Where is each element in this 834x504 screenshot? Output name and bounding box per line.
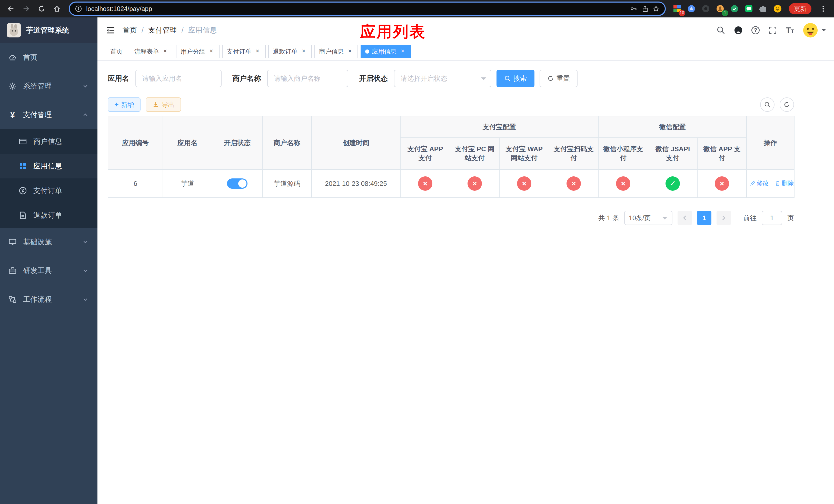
breadcrumb-separator: / [141, 26, 144, 35]
sidebar-item-refund-order[interactable]: 退款订单 [0, 203, 97, 228]
page-unit-label: 页 [787, 213, 794, 223]
refresh-table-button[interactable] [780, 97, 794, 112]
user-avatar-menu[interactable] [803, 23, 826, 38]
table-row: 6 芋道 芋道源码 2021-10-23 08:49:25 × × × × × [108, 169, 794, 198]
tags-view: 首页 流程表单× 用户分组× 支付订单× 退款订单× 商户信息× 应用信息× [97, 43, 834, 61]
extension-blue-icon[interactable] [685, 3, 698, 15]
cell-wechat-app: × [697, 169, 747, 198]
status-label: 开启状态 [359, 74, 388, 83]
page-size-select[interactable]: 10条/页 [624, 211, 673, 225]
chevron-down-icon [83, 297, 88, 302]
search-icon [504, 75, 511, 82]
share-icon[interactable] [641, 5, 648, 12]
delete-link[interactable]: 删除 [775, 179, 794, 187]
link-label: 删除 [782, 179, 794, 187]
url-text: localhost:1024/pay/app [86, 5, 626, 13]
sidebar-toggle-icon[interactable] [106, 25, 115, 35]
help-icon[interactable]: ? [751, 26, 760, 35]
tab-label: 用户分组 [180, 47, 205, 55]
page-number-1[interactable]: 1 [697, 211, 711, 225]
next-page-button[interactable] [717, 211, 731, 225]
search-icon[interactable] [717, 26, 725, 35]
browser-chrome: localhost:1024/pay/app 10 1 [0, 0, 834, 18]
sidebar-item-pay-order[interactable]: 支付订单 [0, 178, 97, 203]
password-key-icon[interactable] [630, 5, 637, 12]
chevron-down-icon [822, 29, 826, 33]
plus-icon: + [114, 101, 118, 108]
bookmark-star-icon[interactable] [653, 5, 660, 12]
chevron-down-icon [83, 83, 88, 89]
extension-wechat-icon[interactable] [743, 3, 755, 15]
merchant-name-input[interactable] [267, 70, 348, 87]
breadcrumb-payment[interactable]: 支付管理 [148, 25, 177, 35]
close-icon[interactable]: × [161, 48, 169, 55]
prev-page-button[interactable] [678, 211, 692, 225]
tab-pay-order[interactable]: 支付订单× [222, 45, 266, 58]
col-group-alipay: 支付宝配置 [400, 116, 598, 138]
breadcrumb-home[interactable]: 首页 [123, 25, 137, 35]
browser-menu-button[interactable] [816, 2, 830, 15]
close-icon[interactable]: × [399, 48, 406, 55]
extension-avatar-icon[interactable]: 1 [714, 3, 726, 15]
extension-dark-icon[interactable] [700, 3, 712, 15]
tab-process-form[interactable]: 流程表单× [130, 45, 173, 58]
close-icon[interactable]: × [300, 48, 307, 55]
top-navbar: 首页 / 支付管理 / 应用信息 应用列表 ? TT [97, 18, 834, 43]
address-bar[interactable]: localhost:1024/pay/app [69, 2, 666, 16]
tab-app-info[interactable]: 应用信息× [360, 45, 411, 58]
sidebar-item-payment[interactable]: ¥ 支付管理 [0, 100, 97, 129]
status-select[interactable]: 请选择开启状态 [394, 70, 491, 87]
grid-icon [19, 162, 27, 170]
reset-button[interactable]: 重置 [540, 70, 577, 87]
yen-icon: ¥ [8, 110, 17, 120]
tab-home[interactable]: 首页 [106, 45, 127, 58]
fullscreen-icon[interactable] [768, 26, 777, 35]
col-header-wechat-mini: 微信小程序支付 [598, 138, 648, 169]
pay-order-icon [19, 186, 27, 195]
extension-grid-icon[interactable]: 10 [671, 3, 683, 15]
browser-update-button[interactable]: 更新 [789, 3, 811, 14]
dashboard-icon [8, 53, 17, 62]
browser-back-button[interactable] [4, 2, 18, 15]
browser-home-button[interactable] [50, 2, 64, 15]
search-icon [764, 101, 771, 108]
browser-forward-button[interactable] [20, 2, 33, 15]
search-button[interactable]: 搜索 [497, 70, 534, 87]
col-header-name: 应用名 [163, 116, 212, 169]
extension-green-check-icon[interactable] [728, 3, 741, 15]
tab-user-group[interactable]: 用户分组× [176, 45, 220, 58]
sidebar-item-home[interactable]: 首页 [0, 43, 97, 72]
edit-link[interactable]: 修改 [750, 179, 769, 187]
workflow-icon [8, 295, 17, 304]
logo-avatar [7, 23, 21, 38]
profile-emoji-icon[interactable] [771, 3, 784, 15]
sidebar: 芋道管理系统 首页 系统管理 ¥ 支付管理 商户信息 [0, 18, 97, 504]
sidebar-item-system[interactable]: 系统管理 [0, 72, 97, 100]
github-icon[interactable] [734, 26, 743, 35]
sidebar-item-merchant-info[interactable]: 商户信息 [0, 129, 97, 154]
goto-page-input[interactable] [762, 211, 782, 225]
site-info-icon[interactable] [75, 5, 82, 12]
button-label: 新增 [121, 100, 134, 109]
close-icon[interactable]: × [346, 48, 353, 55]
sidebar-item-app-info[interactable]: 应用信息 [0, 154, 97, 178]
extensions-puzzle-icon[interactable] [757, 3, 769, 15]
tab-refund-order[interactable]: 退款订单× [268, 45, 312, 58]
tab-merchant-info[interactable]: 商户信息× [314, 45, 358, 58]
app-title: 芋道管理系统 [26, 25, 69, 35]
sidebar-item-workflow[interactable]: 工作流程 [0, 285, 97, 314]
sidebar-item-infra[interactable]: 基础设施 [0, 228, 97, 256]
font-size-icon[interactable]: TT [786, 26, 794, 35]
export-button[interactable]: 导出 [146, 97, 181, 112]
add-button[interactable]: + 新增 [108, 97, 140, 112]
close-icon[interactable]: × [254, 48, 261, 55]
browser-reload-button[interactable] [35, 2, 48, 15]
toggle-search-button[interactable] [760, 97, 774, 112]
status-toggle[interactable] [227, 178, 247, 189]
sidebar-item-devtools[interactable]: 研发工具 [0, 256, 97, 285]
close-icon[interactable]: × [208, 48, 215, 55]
download-icon [152, 101, 159, 108]
app-name-input[interactable] [135, 70, 222, 87]
sidebar-logo[interactable]: 芋道管理系统 [0, 18, 97, 43]
status-circle: × [567, 176, 581, 191]
